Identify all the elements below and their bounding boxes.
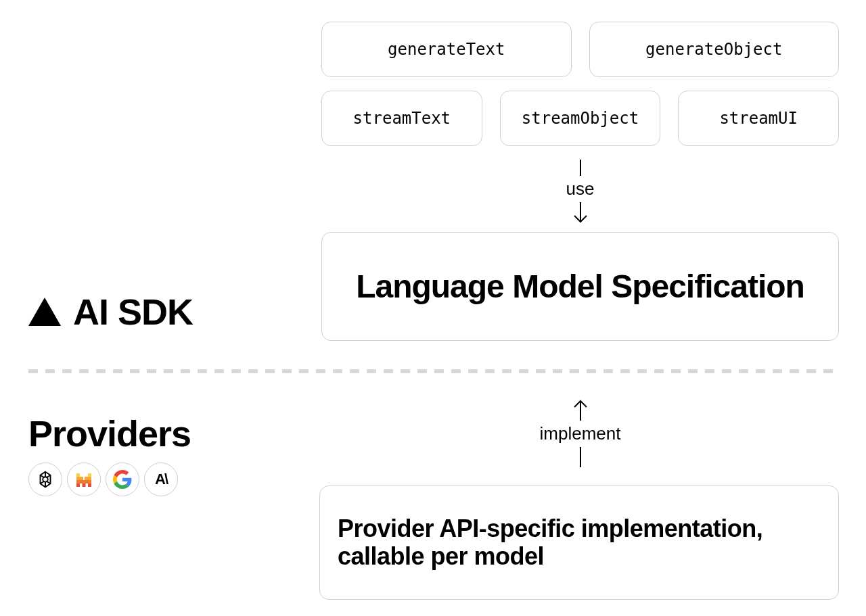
- svg-rect-1: [76, 473, 80, 477]
- spec-title: Language Model Specification: [342, 268, 818, 305]
- svg-rect-3: [76, 477, 80, 480]
- svg-rect-7: [76, 480, 91, 483]
- arrow-up-icon: [572, 399, 589, 421]
- svg-rect-10: [88, 483, 91, 487]
- svg-rect-2: [88, 473, 91, 477]
- ai-sdk-label: AI SDK: [28, 291, 193, 333]
- function-row-1: generateText generateObject: [321, 22, 839, 77]
- fn-stream-text: streamText: [321, 91, 482, 146]
- arrow-down-icon: [572, 202, 589, 224]
- svg-rect-6: [88, 477, 91, 480]
- implement-label: implement: [540, 423, 621, 444]
- svg-rect-4: [80, 477, 83, 480]
- implement-arrow-block: implement: [321, 399, 839, 467]
- fn-stream-ui: streamUI: [678, 91, 839, 146]
- function-row-2: streamText streamObject streamUI: [321, 91, 839, 146]
- google-icon: [106, 463, 139, 496]
- sdk-text: AI SDK: [73, 291, 193, 333]
- providers-section: Providers: [28, 412, 191, 496]
- svg-rect-8: [76, 483, 80, 487]
- vercel-triangle-icon: [28, 298, 61, 326]
- fn-stream-object: streamObject: [500, 91, 661, 146]
- anthropic-icon: A\: [144, 463, 178, 496]
- provider-impl-text: Provider API-specific implementation, ca…: [338, 515, 821, 571]
- use-label: use: [566, 179, 595, 199]
- svg-rect-9: [83, 483, 86, 487]
- openai-icon: [28, 463, 62, 496]
- spec-box: Language Model Specification: [321, 232, 839, 341]
- fn-generate-object: generateObject: [589, 22, 840, 77]
- providers-title: Providers: [28, 412, 191, 454]
- svg-rect-5: [85, 477, 88, 480]
- horizontal-divider: [28, 369, 840, 373]
- mistral-icon: [67, 463, 101, 496]
- arrow-line: [580, 447, 581, 467]
- provider-impl-box: Provider API-specific implementation, ca…: [319, 485, 839, 600]
- arrow-line: [580, 160, 581, 176]
- fn-generate-text: generateText: [321, 22, 572, 77]
